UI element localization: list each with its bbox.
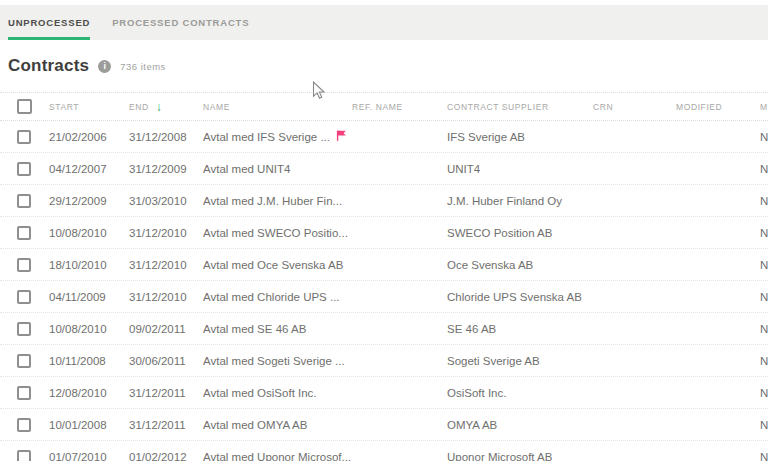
cell-name-text: Avtal med OMYA AB [203,419,307,431]
row-checkbox[interactable] [17,290,31,304]
row-checkbox[interactable] [17,450,31,461]
cell-name: Avtal med Uponor Microsof... [203,451,352,461]
column-header-modified[interactable]: MODIFIED [676,102,760,112]
row-checkbox[interactable] [17,418,31,432]
cell-name-text: Avtal med Chloride UPS ... [203,291,340,303]
tab-bar: UNPROCESSED PROCESSED CONTRACTS [0,5,768,40]
column-header-start[interactable]: START [49,102,129,112]
cell-m: N [760,163,768,175]
column-header-m[interactable]: M... [760,102,768,112]
cell-contract-supplier: OsiSoft Inc. [447,387,593,399]
select-all-checkbox[interactable] [17,99,32,114]
cell-end: 31/12/2010 [129,259,203,271]
column-header-end[interactable]: END↓ [129,100,203,114]
cell-m: N [760,323,768,335]
table-header: START END↓ NAME REF. NAME CONTRACT SUPPL… [0,92,768,121]
cell-contract-supplier: Uponor Microsoft AB [447,451,593,461]
cell-end: 31/12/2009 [129,163,203,175]
cell-start: 04/11/2009 [49,291,129,303]
cell-m: N [760,227,768,239]
row-checkbox[interactable] [17,354,31,368]
cell-contract-supplier: SE 46 AB [447,323,593,335]
cell-name: Avtal med SWECO Positio... [203,227,352,239]
row-checkbox[interactable] [17,162,31,176]
cell-m: N [760,195,768,207]
cell-start: 10/11/2008 [49,355,129,367]
table-row[interactable]: 01/07/2010 01/02/2012 Avtal med Uponor M… [0,441,768,461]
page-title: Contracts [8,56,89,76]
cell-contract-supplier: Sogeti Sverige AB [447,355,593,367]
cell-name: Avtal med Chloride UPS ... [203,291,352,303]
cell-end: 31/12/2010 [129,291,203,303]
row-checkbox[interactable] [17,386,31,400]
table-row[interactable]: 10/01/2008 31/12/2011 Avtal med OMYA AB … [0,409,768,441]
row-checkbox[interactable] [17,226,31,240]
column-header-end-label: END [129,102,149,112]
row-checkbox-cell [0,130,49,144]
cell-contract-supplier: UNIT4 [447,163,593,175]
column-header-ref-name[interactable]: REF. NAME [352,102,447,112]
sort-desc-arrow-icon[interactable]: ↓ [156,100,163,114]
cell-end: 31/12/2011 [129,387,203,399]
row-checkbox[interactable] [17,194,31,208]
cell-contract-supplier: Oce Svenska AB [447,259,593,271]
cell-m: N [760,291,768,303]
tab-processed-contracts[interactable]: PROCESSED CONTRACTS [112,5,249,40]
header-checkbox-cell [0,99,49,114]
row-checkbox[interactable] [17,130,31,144]
cell-start: 10/08/2010 [49,227,129,239]
flag-icon [336,130,347,143]
table-row[interactable]: 18/10/2010 31/12/2010 Avtal med Oce Sven… [0,249,768,281]
cell-name-text: Avtal med SWECO Positio... [203,227,348,239]
cell-start: 04/12/2007 [49,163,129,175]
cell-start: 01/07/2010 [49,451,129,461]
table-row[interactable]: 12/08/2010 31/12/2011 Avtal med OsiSoft … [0,377,768,409]
row-checkbox[interactable] [17,258,31,272]
items-count: 736 items [120,61,166,72]
row-checkbox-cell [0,354,49,368]
cell-end: 30/06/2011 [129,355,203,367]
cell-m: N [760,355,768,367]
cell-m: N [760,451,768,461]
page-header: Contracts i 736 items [0,40,768,92]
cell-name: Avtal med J.M. Huber Fin... [203,195,352,207]
table-row[interactable]: 10/11/2008 30/06/2011 Avtal med Sogeti S… [0,345,768,377]
row-checkbox-cell [0,226,49,240]
cell-m: N [760,387,768,399]
cell-m: N [760,419,768,431]
column-header-name[interactable]: NAME [203,102,352,112]
cell-name: Avtal med SE 46 AB [203,323,352,335]
table-row[interactable]: 04/12/2007 31/12/2009 Avtal med UNIT4 UN… [0,153,768,185]
cell-start: 29/12/2009 [49,195,129,207]
cell-name-text: Avtal med UNIT4 [203,163,290,175]
cell-start: 12/08/2010 [49,387,129,399]
row-checkbox-cell [0,386,49,400]
table-body: 21/02/2006 31/12/2008 Avtal med IFS Sver… [0,121,768,461]
cell-name: Avtal med IFS Sverige ... [203,130,352,143]
table-row[interactable]: 29/12/2009 31/03/2010 Avtal med J.M. Hub… [0,185,768,217]
row-checkbox-cell [0,450,49,461]
cell-m: N [760,259,768,271]
tab-unprocessed[interactable]: UNPROCESSED [8,5,90,40]
cell-name-text: Avtal med Oce Svenska AB [203,259,343,271]
cell-name-text: Avtal med IFS Sverige ... [203,131,330,143]
cell-name: Avtal med Sogeti Sverige ... [203,355,352,367]
column-header-contract-supplier[interactable]: CONTRACT SUPPLIER [447,102,593,112]
cell-start: 21/02/2006 [49,131,129,143]
cell-m: N [760,131,768,143]
cell-contract-supplier: OMYA AB [447,419,593,431]
table-row[interactable]: 10/08/2010 31/12/2010 Avtal med SWECO Po… [0,217,768,249]
row-checkbox-cell [0,322,49,336]
cell-name: Avtal med OsiSoft Inc. [203,387,352,399]
cell-contract-supplier: SWECO Position AB [447,227,593,239]
table-row[interactable]: 21/02/2006 31/12/2008 Avtal med IFS Sver… [0,121,768,153]
row-checkbox[interactable] [17,322,31,336]
row-checkbox-cell [0,162,49,176]
column-header-crn[interactable]: CRN [593,102,676,112]
row-checkbox-cell [0,258,49,272]
cell-name-text: Avtal med SE 46 AB [203,323,306,335]
cell-end: 31/12/2010 [129,227,203,239]
table-row[interactable]: 04/11/2009 31/12/2010 Avtal med Chloride… [0,281,768,313]
info-icon[interactable]: i [98,60,111,73]
table-row[interactable]: 10/08/2010 09/02/2011 Avtal med SE 46 AB… [0,313,768,345]
